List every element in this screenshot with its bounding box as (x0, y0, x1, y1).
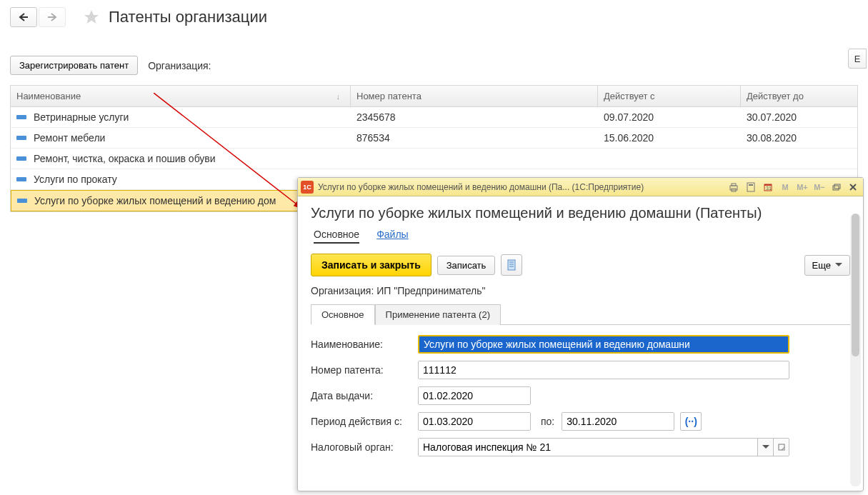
favorite-star-icon[interactable] (81, 7, 101, 27)
svg-rect-7 (747, 183, 754, 191)
nav-forward-button[interactable] (39, 7, 66, 27)
report-icon-button[interactable] (501, 254, 522, 276)
nav-tab-files[interactable]: Файлы (376, 229, 408, 244)
table-row[interactable]: Ветринарные услуги234567809.07.202030.07… (11, 107, 857, 128)
svg-text:31: 31 (766, 186, 772, 191)
modal-org-row: Организация: ИП "Предприниматель" (311, 285, 850, 296)
col-name[interactable]: Наименование ↓ (11, 86, 351, 106)
modal-titlebar-text: Услуги по уборке жилых помещений и веден… (318, 182, 726, 192)
svg-rect-12 (833, 186, 839, 190)
svg-line-27 (782, 447, 784, 450)
patent-editor-window: 1C Услуги по уборке жилых помещений и ве… (297, 177, 864, 491)
more-actions-button[interactable]: Еще (804, 255, 850, 276)
modal-titlebar[interactable]: 1C Услуги по уборке жилых помещений и ве… (298, 178, 863, 196)
app-1c-icon: 1C (301, 181, 314, 194)
print-icon[interactable] (726, 181, 742, 194)
row-icon (16, 115, 26, 119)
period-from-input[interactable] (419, 413, 531, 430)
row-icon (16, 177, 26, 181)
period-to-label: по: (541, 416, 554, 427)
col-number[interactable]: Номер патента (351, 86, 598, 106)
tab-usage[interactable]: Применение патента (2) (375, 304, 501, 325)
tax-open-icon[interactable] (773, 439, 789, 456)
modal-heading: Услуги по уборке жилых помещений и веден… (311, 205, 850, 221)
table-header: Наименование ↓ Номер патента Действует с… (11, 86, 857, 107)
row-icon (16, 136, 26, 140)
save-and-close-button[interactable]: Записать и закрыть (311, 254, 431, 276)
svg-rect-13 (834, 184, 840, 189)
row-icon (16, 156, 26, 161)
number-input[interactable] (419, 361, 789, 379)
modal-scroll-thumb[interactable] (852, 214, 859, 356)
sort-asc-icon: ↓ (336, 92, 341, 101)
period-to-input[interactable] (562, 413, 674, 430)
table-row[interactable]: Ремонт, чистка, окраска и пошив обуви (11, 149, 857, 169)
number-label: Номер патента: (311, 364, 418, 376)
window-restore-icon[interactable] (829, 181, 844, 194)
nav-back-button[interactable] (10, 7, 37, 27)
tax-dropdown-icon[interactable] (757, 439, 773, 456)
svg-rect-8 (749, 184, 753, 186)
nav-tab-main[interactable]: Основное (314, 229, 359, 244)
calc-icon[interactable] (743, 181, 759, 194)
m-plus-button[interactable]: M+ (794, 181, 810, 194)
chevron-down-icon (835, 263, 842, 270)
col-to[interactable]: Действует до (741, 86, 857, 106)
save-button[interactable]: Записать (437, 256, 496, 275)
close-icon[interactable] (846, 181, 860, 194)
tax-authority-input[interactable] (419, 439, 757, 456)
period-label: Период действия с: (311, 416, 418, 427)
name-input[interactable] (419, 336, 788, 352)
svg-marker-2 (84, 10, 99, 24)
register-patent-button[interactable]: Зарегистрировать патент (10, 56, 138, 75)
issue-date-input[interactable] (419, 387, 531, 404)
name-label: Наименование: (311, 339, 418, 350)
tab-main[interactable]: Основное (311, 304, 375, 325)
issue-date-label: Дата выдачи: (311, 390, 418, 401)
svg-rect-5 (732, 184, 736, 186)
period-range-button[interactable]: (··) (680, 412, 702, 431)
page-title: Патенты организации (109, 8, 267, 26)
modal-scrollbar[interactable] (850, 214, 861, 486)
calendar-icon[interactable]: 31 (760, 181, 776, 194)
table-row[interactable]: Ремонт мебели87653415.06.202030.08.2020 (11, 128, 857, 149)
m-button[interactable]: M (777, 181, 793, 194)
org-filter-label: Организация: (148, 60, 211, 71)
row-icon (17, 199, 27, 203)
svg-rect-16 (508, 260, 515, 270)
m-minus-button[interactable]: M− (812, 181, 827, 194)
right-toolbar-stub[interactable]: Е (848, 49, 867, 69)
svg-rect-26 (779, 444, 784, 450)
tax-label: Налоговый орган: (311, 441, 418, 453)
col-from[interactable]: Действует с (598, 86, 741, 106)
